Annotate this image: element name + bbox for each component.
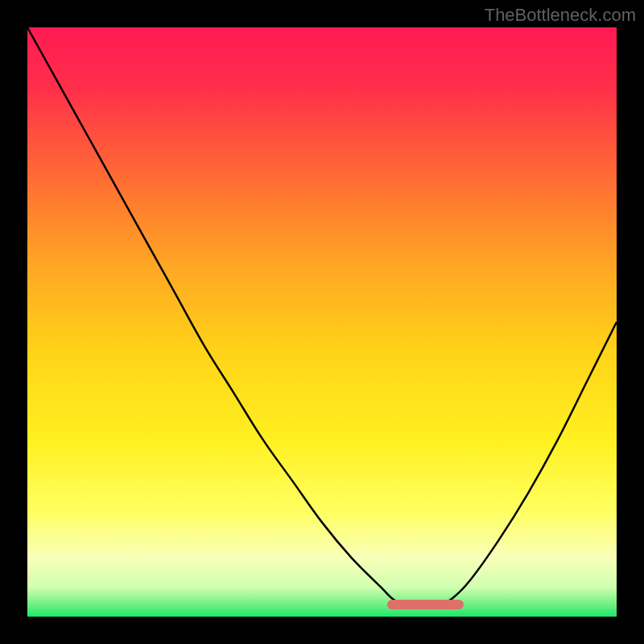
bottleneck-curve: [27, 27, 617, 617]
optimal-zone-marker: [387, 600, 464, 609]
chart-area: [27, 27, 617, 617]
watermark-text: TheBottleneck.com: [485, 5, 636, 26]
